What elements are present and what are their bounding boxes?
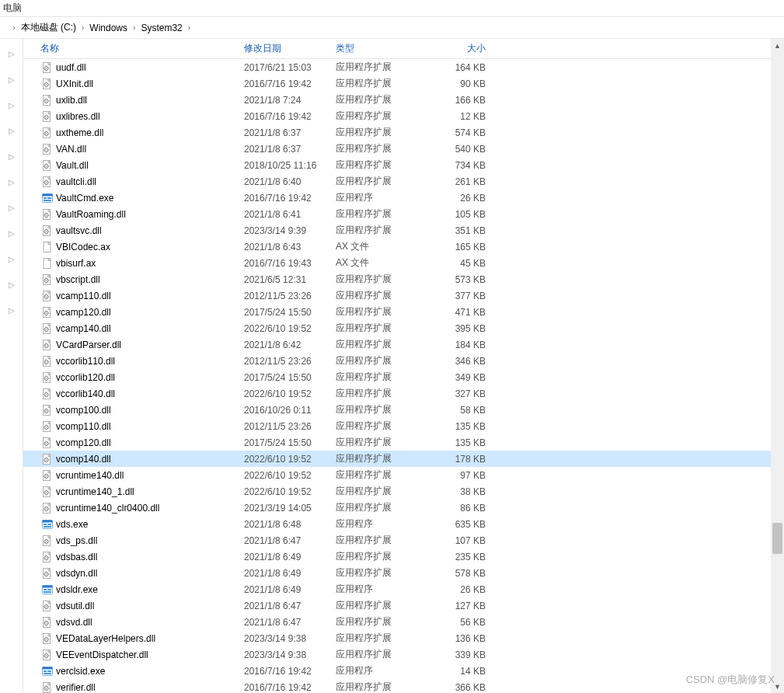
file-row[interactable]: verclsid.exe2016/7/16 19:42应用程序14 KB bbox=[23, 663, 784, 679]
tree-expand-icon[interactable]: ▷ bbox=[9, 50, 15, 57]
column-header-type[interactable]: 类型 bbox=[336, 42, 428, 55]
file-row[interactable]: vcruntime140_1.dll2022/6/10 19:52应用程序扩展3… bbox=[23, 483, 784, 500]
column-header-size[interactable]: 大小 bbox=[428, 42, 490, 55]
tree-expand-icon[interactable]: ▷ bbox=[9, 101, 15, 109]
chevron-right-icon[interactable]: › bbox=[79, 23, 86, 32]
file-size: 166 KB bbox=[428, 95, 490, 106]
file-row[interactable]: vcomp100.dll2016/10/26 0:11应用程序扩展58 KB bbox=[23, 402, 784, 418]
chevron-right-icon[interactable]: › bbox=[131, 23, 138, 32]
file-type: 应用程序扩展 bbox=[336, 142, 428, 155]
chevron-right-icon[interactable]: › bbox=[10, 23, 17, 32]
scroll-thumb[interactable] bbox=[772, 523, 782, 554]
scroll-up-icon[interactable]: ▲ bbox=[771, 39, 784, 52]
file-type: 应用程序扩展 bbox=[336, 338, 428, 351]
file-row[interactable]: vccorlib110.dll2012/11/5 23:26应用程序扩展346 … bbox=[23, 353, 784, 369]
file-date: 2021/1/8 6:47 bbox=[244, 601, 336, 611]
file-date: 2018/10/25 11:16 bbox=[244, 160, 336, 171]
file-date: 2021/1/8 7:24 bbox=[244, 95, 336, 106]
tree-expand-icon[interactable]: ▷ bbox=[9, 75, 15, 83]
svg-point-95 bbox=[46, 573, 47, 575]
application-icon bbox=[40, 518, 54, 531]
breadcrumb-item-drive[interactable]: 本地磁盘 (C:) bbox=[18, 21, 79, 34]
file-row[interactable]: vccorlib120.dll2017/5/24 15:50应用程序扩展349 … bbox=[23, 369, 784, 385]
file-size: 184 KB bbox=[428, 340, 490, 350]
file-date: 2022/6/10 19:52 bbox=[244, 388, 336, 399]
nav-tree-sidebar[interactable]: ▷ ▷ ▷ ▷ ▷ ▷ ▷ ▷ ▷ ▷ ▷ bbox=[0, 39, 23, 693]
file-list[interactable]: uudf.dll2017/6/21 15:03应用程序扩展164 KBUXIni… bbox=[23, 59, 784, 693]
file-row[interactable]: vdsbas.dll2021/1/8 6:49应用程序扩展235 KB bbox=[23, 548, 784, 565]
file-row[interactable]: vds.exe2021/1/8 6:48应用程序635 KB bbox=[23, 516, 784, 532]
svg-rect-86 bbox=[44, 526, 51, 528]
file-row[interactable]: vdsdyn.dll2021/1/8 6:49应用程序扩展578 KB bbox=[23, 565, 784, 581]
file-row[interactable]: uudf.dll2017/6/21 15:03应用程序扩展164 KB bbox=[23, 59, 784, 75]
scroll-track[interactable] bbox=[771, 52, 784, 680]
file-row[interactable]: vds_ps.dll2021/1/8 6:47应用程序扩展107 KB bbox=[23, 532, 784, 548]
file-row[interactable]: vcruntime140_clr0400.dll2021/3/19 14:05应… bbox=[23, 500, 784, 516]
file-row[interactable]: vcamp140.dll2022/6/10 19:52应用程序扩展395 KB bbox=[23, 320, 784, 336]
breadcrumb-item-windows[interactable]: Windows bbox=[86, 23, 131, 33]
file-row[interactable]: Vault.dll2018/10/25 11:16应用程序扩展734 KB bbox=[23, 157, 784, 173]
column-header-date[interactable]: 修改日期 bbox=[244, 42, 336, 55]
file-size: 261 KB bbox=[428, 176, 490, 187]
file-row[interactable]: vcomp120.dll2017/5/24 15:50应用程序扩展135 KB bbox=[23, 434, 784, 451]
breadcrumb-item-root[interactable] bbox=[2, 23, 10, 33]
file-date: 2017/5/24 15:50 bbox=[244, 437, 336, 448]
dll-icon bbox=[40, 306, 54, 319]
file-date: 2021/1/8 6:47 bbox=[244, 535, 336, 546]
file-row[interactable]: uxlib.dll2021/1/8 7:24应用程序扩展166 KB bbox=[23, 92, 784, 108]
file-type: 应用程序扩展 bbox=[336, 175, 428, 188]
file-row[interactable]: vcomp140.dll2022/6/10 19:52应用程序扩展178 KB bbox=[23, 451, 784, 467]
tree-expand-icon[interactable]: ▷ bbox=[9, 127, 15, 134]
tree-expand-icon[interactable]: ▷ bbox=[9, 178, 15, 186]
file-row[interactable]: vaultcli.dll2021/1/8 6:40应用程序扩展261 KB bbox=[23, 173, 784, 190]
scroll-down-icon[interactable]: ▼ bbox=[771, 680, 784, 693]
dll-icon bbox=[40, 600, 54, 612]
file-row[interactable]: vcamp120.dll2017/5/24 15:50应用程序扩展471 KB bbox=[23, 304, 784, 320]
file-name: VEDataLayerHelpers.dll bbox=[56, 633, 244, 644]
tree-expand-icon[interactable]: ▷ bbox=[9, 306, 15, 314]
file-size: 471 KB bbox=[428, 307, 490, 318]
vertical-scrollbar[interactable]: ▲ ▼ bbox=[771, 39, 784, 693]
file-name: vbisurf.ax bbox=[56, 258, 244, 269]
file-row[interactable]: verifier.dll2016/7/16 19:42应用程序扩展366 KB bbox=[23, 679, 784, 693]
column-header-name[interactable]: 名称 bbox=[40, 42, 244, 55]
file-row[interactable]: vbisurf.ax2016/7/16 19:43AX 文件45 KB bbox=[23, 255, 784, 271]
file-row[interactable]: vdsvd.dll2021/1/8 6:47应用程序扩展56 KB bbox=[23, 614, 784, 630]
file-row[interactable]: vaultsvc.dll2023/3/14 9:39应用程序扩展351 KB bbox=[23, 222, 784, 239]
file-name: vccorlib140.dll bbox=[56, 388, 244, 399]
dll-icon bbox=[40, 502, 54, 514]
file-row[interactable]: vcruntime140.dll2022/6/10 19:52应用程序扩展97 … bbox=[23, 467, 784, 483]
file-row[interactable]: UXInit.dll2016/7/16 19:42应用程序扩展90 KB bbox=[23, 75, 784, 92]
file-row[interactable]: vdsldr.exe2021/1/8 6:49应用程序26 KB bbox=[23, 581, 784, 597]
file-row[interactable]: vdsutil.dll2021/1/8 6:47应用程序扩展127 KB bbox=[23, 597, 784, 614]
tree-expand-icon[interactable]: ▷ bbox=[9, 255, 15, 263]
tree-expand-icon[interactable]: ▷ bbox=[9, 204, 15, 211]
tree-expand-icon[interactable]: ▷ bbox=[9, 280, 15, 288]
file-row[interactable]: vcomp110.dll2012/11/5 23:26应用程序扩展135 KB bbox=[23, 418, 784, 434]
file-row[interactable]: VEDataLayerHelpers.dll2023/3/14 9:38应用程序… bbox=[23, 630, 784, 646]
dll-icon bbox=[40, 453, 54, 465]
file-row[interactable]: VAN.dll2021/1/8 6:37应用程序扩展540 KB bbox=[23, 141, 784, 157]
file-row[interactable]: uxlibres.dll2016/7/16 19:42应用程序扩展12 KB bbox=[23, 108, 784, 124]
svg-point-120 bbox=[46, 688, 47, 689]
column-headers[interactable]: 名称 修改日期 类型 大小 bbox=[23, 39, 784, 59]
file-type: 应用程序扩展 bbox=[336, 77, 428, 90]
file-row[interactable]: VBICodec.ax2021/1/8 6:43AX 文件165 KB bbox=[23, 239, 784, 255]
tree-expand-icon[interactable]: ▷ bbox=[9, 152, 15, 160]
file-row[interactable]: VCardParser.dll2021/1/8 6:42应用程序扩展184 KB bbox=[23, 336, 784, 353]
chevron-right-icon[interactable]: › bbox=[186, 23, 193, 32]
file-type: 应用程序扩展 bbox=[336, 371, 428, 384]
svg-rect-28 bbox=[44, 200, 51, 201]
dll-icon bbox=[40, 143, 54, 155]
file-row[interactable]: vbscript.dll2021/6/5 12:31应用程序扩展573 KB bbox=[23, 271, 784, 287]
breadcrumb-item-system32[interactable]: System32 bbox=[138, 23, 185, 33]
file-row[interactable]: uxtheme.dll2021/1/8 6:37应用程序扩展574 KB bbox=[23, 124, 784, 141]
breadcrumb[interactable]: › 本地磁盘 (C:) › Windows › System32 › bbox=[0, 17, 784, 39]
file-row[interactable]: vcamp110.dll2012/11/5 23:26应用程序扩展377 KB bbox=[23, 287, 784, 304]
file-row[interactable]: vccorlib140.dll2022/6/10 19:52应用程序扩展327 … bbox=[23, 385, 784, 402]
file-row[interactable]: VEEventDispatcher.dll2023/3/14 9:38应用程序扩… bbox=[23, 646, 784, 663]
tree-expand-icon[interactable]: ▷ bbox=[9, 229, 15, 237]
file-row[interactable]: VaultCmd.exe2016/7/16 19:42应用程序26 KB bbox=[23, 190, 784, 206]
file-type: 应用程序扩展 bbox=[336, 387, 428, 400]
file-row[interactable]: VaultRoaming.dll2021/1/8 6:41应用程序扩展105 K… bbox=[23, 206, 784, 222]
